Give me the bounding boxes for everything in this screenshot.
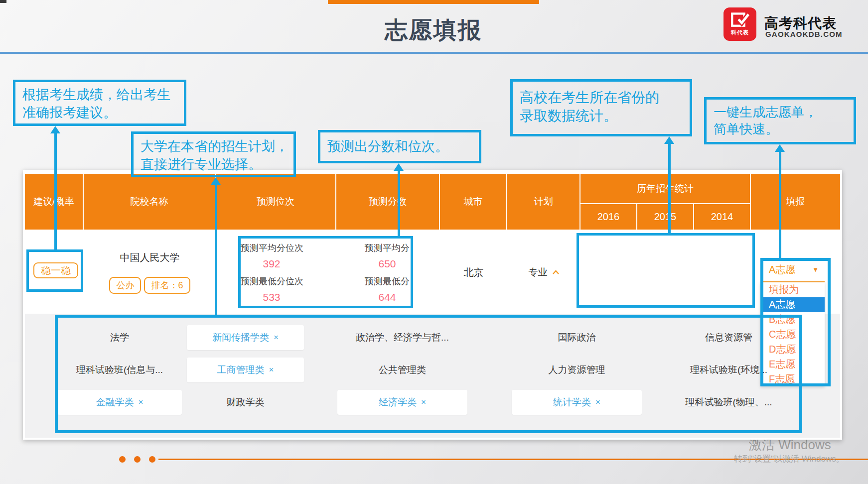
pagination-dot <box>119 456 126 463</box>
advice-button[interactable]: 稳一稳 <box>33 262 78 278</box>
close-icon[interactable]: × <box>139 397 144 407</box>
major-chip[interactable]: 金融学类× <box>55 389 184 415</box>
callout-predict: 预测出分数和位次。 <box>318 130 481 163</box>
callout-generate: 一键生成志愿单， 简单快速。 <box>704 97 856 144</box>
close-icon[interactable]: × <box>269 365 274 375</box>
major-option[interactable]: 公共管理类 <box>306 357 498 383</box>
title-accent-bar <box>328 0 539 4</box>
year-header-2016: 2016 <box>580 204 637 230</box>
plan-label: 专业 <box>529 266 548 279</box>
header-divider <box>0 52 868 54</box>
majors-row: 理科试验班(信息与... 工商管理类× 公共管理类 人力资源管理 理科试验班(环… <box>55 357 802 383</box>
major-option[interactable]: 理科试验班(信息与... <box>55 357 184 383</box>
brand-domain: GAOKAOKDB.COM <box>765 30 843 38</box>
school-badges: 公办 排名：6 <box>84 277 216 294</box>
year-header-2014: 2014 <box>694 204 750 230</box>
logo-check-icon <box>730 11 750 30</box>
menu-item-a[interactable]: A志愿 <box>760 297 825 312</box>
corner-mark <box>0 0 6 3</box>
major-option[interactable]: 人力资源管理 <box>498 357 655 383</box>
score-avg-label: 预测平均分 <box>365 242 410 254</box>
major-option[interactable]: 法学 <box>55 325 184 351</box>
callout-advice: 根据考生成绩，给出考生 准确报考建议。 <box>13 80 186 126</box>
pagination-dot <box>134 456 141 463</box>
arrow-up-icon <box>211 177 221 315</box>
major-option[interactable]: 理科试验班(物理、... <box>655 389 802 415</box>
major-option[interactable]: 信息资源管 <box>655 325 802 351</box>
callout-plan: 大学在本省的招生计划， 直接进行专业选择。 <box>131 131 296 177</box>
rank-avg-value: 392 <box>241 258 302 270</box>
column-header-city: 城市 <box>440 174 507 230</box>
close-icon[interactable]: × <box>421 397 426 407</box>
page-title: 志愿填报 <box>329 15 538 46</box>
majors-row: 法学 新闻传播学类× 政治学、经济学与哲... 国际政治 信息资源管 <box>55 325 802 351</box>
menu-item-group-label[interactable]: 填报为 <box>760 282 825 297</box>
score-avg-value: 650 <box>365 258 410 270</box>
caret-down-icon: ▼ <box>812 266 819 273</box>
majors-row: 金融学类× 财政学类 经济学类× 统计学类× 理科试验班(物理、... <box>55 389 802 415</box>
brand-logo-icon: 科代表 <box>723 7 756 41</box>
volunteer-select[interactable]: A志愿 ▼ <box>760 258 825 282</box>
major-chip[interactable]: 统计学类× <box>498 389 655 415</box>
arrow-up-icon <box>50 126 60 249</box>
major-option[interactable]: 理科试验班(环境... <box>655 357 802 383</box>
close-icon[interactable]: × <box>274 333 279 343</box>
plan-toggle[interactable]: 专业 <box>507 266 580 279</box>
score-min-label: 预测最低分 <box>365 275 410 287</box>
slide: 志愿填报 科代表 高考科代表 GAOKAOKDB.COM 根据考生成绩，给出考生… <box>0 0 868 484</box>
major-option[interactable]: 政治学、经济学与哲... <box>306 325 498 351</box>
rank-min-label: 预测最低分位次 <box>241 275 303 287</box>
arrow-up-icon <box>394 163 404 236</box>
major-option[interactable]: 国际政治 <box>498 325 655 351</box>
score-min-value: 644 <box>365 291 410 303</box>
arrow-up-icon <box>664 136 674 233</box>
rank-min-value: 533 <box>241 291 302 303</box>
chevron-up-icon <box>552 270 560 275</box>
major-option[interactable]: 财政学类 <box>184 389 306 415</box>
logo-badge-text: 科代表 <box>731 30 749 35</box>
column-header-rank: 预测位次 <box>216 174 336 230</box>
volunteer-selected-value: A志愿 <box>769 263 795 276</box>
column-header-plan: 计划 <box>507 174 580 230</box>
table-row <box>25 230 840 314</box>
column-header-fill: 填报 <box>751 174 840 230</box>
rank-avg-label: 预测平均分位次 <box>241 242 303 254</box>
school-name[interactable]: 中国人民大学 <box>84 251 216 264</box>
windows-activation-watermark-hint: 转到"设置"以激活 Windows。 <box>734 453 845 465</box>
table-header: 建议/概率 院校名称 预测位次 预测分数 城市 计划 历年招生统计 2016 2… <box>25 174 840 230</box>
close-icon[interactable]: × <box>595 397 600 407</box>
callout-history: 高校在考生所在省份的 录取数据统计。 <box>510 79 692 136</box>
badge-public: 公办 <box>109 277 141 294</box>
city-cell: 北京 <box>440 266 507 279</box>
major-chip[interactable]: 经济学类× <box>306 389 498 415</box>
column-header-score: 预测分数 <box>336 174 440 230</box>
major-chip[interactable]: 新闻传播学类× <box>184 325 306 351</box>
major-chip[interactable]: 工商管理类× <box>184 357 306 383</box>
arrow-up-icon <box>775 144 785 258</box>
column-header-school: 院校名称 <box>84 174 216 230</box>
pagination-dot <box>149 456 155 463</box>
badge-rank: 排名：6 <box>144 277 190 294</box>
